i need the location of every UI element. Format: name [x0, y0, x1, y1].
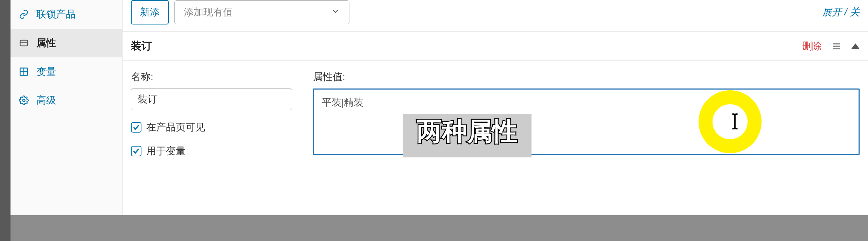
- checkbox-checked-icon: [131, 146, 141, 156]
- sidebar-item-variations[interactable]: 变量: [11, 57, 122, 86]
- checkbox-checked-icon: [131, 122, 141, 133]
- svg-point-5: [23, 99, 25, 102]
- attribute-value-textarea[interactable]: 平装|精装: [313, 88, 860, 155]
- sidebar-item-advanced[interactable]: 高级: [11, 86, 122, 115]
- sidebar-item-label: 高级: [36, 94, 56, 107]
- value-label: 属性值:: [313, 70, 860, 84]
- grid-icon: [19, 67, 30, 77]
- link-icon: [19, 9, 30, 19]
- sidebar-item-label: 属性: [36, 36, 56, 50]
- sidebar: 联锁产品 属性 变量 高级: [11, 0, 123, 241]
- bottom-bar: [11, 215, 868, 241]
- visible-label: 在产品页可见: [146, 121, 205, 134]
- name-label: 名称:: [131, 70, 292, 84]
- sidebar-item-attributes[interactable]: 属性: [11, 29, 122, 57]
- attribute-title: 装订: [131, 39, 152, 53]
- visible-checkbox-row[interactable]: 在产品页可见: [131, 121, 292, 134]
- delete-link[interactable]: 删除: [802, 40, 822, 53]
- attribute-header[interactable]: 装订 删除: [123, 31, 868, 61]
- admin-menu-strip: [0, 0, 11, 241]
- caption-text: 两种属性: [417, 117, 518, 145]
- gear-icon: [19, 95, 30, 105]
- existing-value-dropdown[interactable]: 添加现有值: [174, 0, 349, 24]
- svg-rect-0: [20, 40, 28, 46]
- attributes-toolbar: 新添 添加现有值 展开 / 关: [123, 0, 868, 31]
- card-icon: [19, 38, 30, 48]
- sidebar-item-linked-products[interactable]: 联锁产品: [11, 0, 122, 29]
- add-button[interactable]: 新添: [131, 0, 169, 24]
- caption-overlay: 两种属性: [403, 114, 532, 157]
- used-checkbox-row[interactable]: 用于变量: [131, 144, 292, 158]
- chevron-down-icon: [331, 7, 340, 18]
- main-panel: 新添 添加现有值 展开 / 关 装订 删除 名称:: [123, 0, 868, 241]
- sidebar-item-label: 变量: [36, 65, 56, 78]
- used-label: 用于变量: [146, 144, 186, 158]
- name-input[interactable]: [131, 88, 292, 110]
- dropdown-placeholder: 添加现有值: [184, 6, 233, 19]
- expand-collapse-link[interactable]: 展开 / 关: [822, 6, 860, 19]
- collapse-icon[interactable]: [851, 43, 860, 49]
- drag-handle-icon[interactable]: [832, 41, 841, 52]
- sidebar-item-label: 联锁产品: [36, 8, 76, 21]
